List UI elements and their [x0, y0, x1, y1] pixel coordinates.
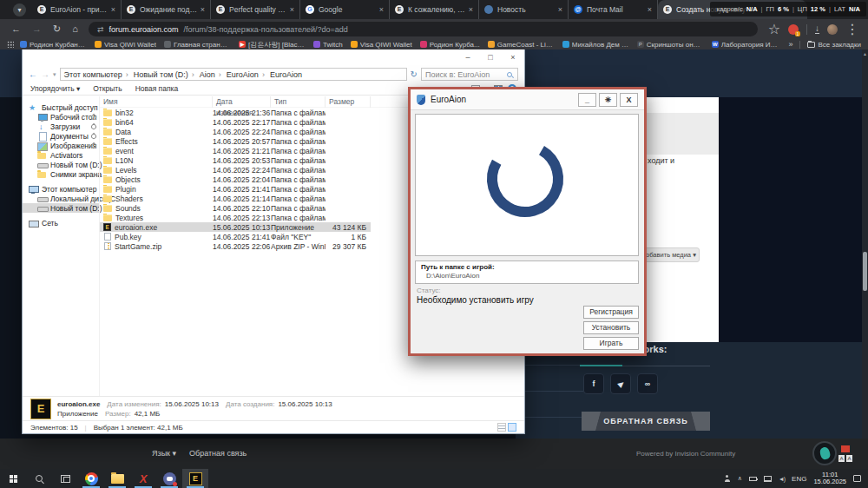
back-icon[interactable]: ← — [11, 24, 21, 34]
column-type[interactable]: Тип — [271, 96, 326, 108]
forward-icon[interactable]: → — [32, 24, 42, 34]
browser-tab[interactable]: E Ожидание подтвержден × — [122, 0, 211, 19]
file-row[interactable]: Textures 14.06.2025 22:13 Папка с файлам… — [100, 213, 371, 222]
tab-close-icon[interactable]: × — [558, 5, 562, 14]
bookmark-item[interactable]: Михайлов Дем - Ул... — [562, 41, 629, 49]
taskbar-euroaion-button[interactable]: E — [182, 469, 208, 488]
details-view-icon[interactable] — [497, 423, 506, 432]
breadcrumb[interactable]: Этот компьютерНовый том (D:)AionEuroAion… — [60, 68, 407, 81]
bookmarks-overflow-icon[interactable]: » — [789, 40, 793, 49]
browser-tab[interactable]: E Perfect quality European × — [211, 0, 300, 19]
add-media-button[interactable]: обавить медиа ▾ — [642, 247, 700, 262]
file-row[interactable]: L10N 14.06.2025 20:53 Папка с файлами — [100, 155, 371, 165]
taskbar-game-button[interactable] — [130, 469, 156, 488]
minimize-icon[interactable]: – — [457, 49, 479, 66]
file-row[interactable]: Levels 14.06.2025 22:24 Папка с файлами — [100, 165, 371, 175]
file-row[interactable]: StartGame.zip 14.06.2025 22:06 Архив ZIP… — [100, 241, 371, 251]
tab-close-icon[interactable]: × — [111, 5, 115, 14]
close-icon[interactable]: X — [620, 93, 638, 107]
telegram-icon[interactable]: ▶ — [610, 373, 631, 394]
new-folder-button[interactable]: Новая папка — [135, 84, 179, 93]
minimize-icon[interactable]: _ — [578, 93, 596, 107]
tab-close-icon[interactable]: × — [201, 5, 205, 14]
tab-close-icon[interactable]: × — [648, 5, 652, 14]
start-button[interactable] — [0, 469, 26, 488]
file-row[interactable]: euroaion.exe 15.06.2025 10:13 Приложение… — [100, 222, 371, 232]
open-button[interactable]: Открыть — [93, 84, 122, 93]
address-bar[interactable]: ⇄ forum.euroaion.com/forum/38-поддержка-… — [89, 22, 758, 36]
partner-icon[interactable]: ∞ — [637, 373, 658, 394]
close-icon[interactable]: × — [502, 49, 524, 66]
bookmark-item[interactable]: GameCoast - Lineag... — [488, 41, 555, 49]
sidebar-item[interactable]: Этот компьютер — [23, 184, 99, 194]
explorer-search-input[interactable]: Поиск в: EuroAion — [421, 68, 518, 81]
breadcrumb-item[interactable]: EuroAion — [227, 70, 268, 79]
bookmark-star-icon[interactable]: ☆ — [768, 21, 780, 37]
home-icon[interactable]: ⌂ — [72, 24, 78, 34]
feedback-button[interactable]: ОБРАТНАЯ СВЯЗЬ — [582, 412, 710, 431]
downloads-icon[interactable]: ↓ — [815, 25, 819, 34]
browser-tab[interactable]: Новость × — [479, 0, 569, 19]
taskbar-search-button[interactable] — [26, 469, 52, 488]
refresh-icon[interactable]: ↻ — [411, 69, 418, 79]
site-info-icon[interactable]: ⇄ — [97, 25, 104, 34]
reload-icon[interactable]: ↻ — [53, 24, 61, 34]
footer-language-menu[interactable]: Язык ▾ — [152, 449, 176, 458]
launcher-button[interactable]: Играть — [583, 337, 639, 350]
profile-avatar[interactable] — [827, 24, 838, 35]
network-icon[interactable] — [764, 476, 772, 482]
footer-feedback-link[interactable]: Обратная связь — [189, 449, 247, 458]
bookmark-item[interactable]: Visa QIWI Wallet — [95, 41, 156, 49]
battery-icon[interactable] — [749, 477, 757, 481]
sidebar-item[interactable]: Activators — [23, 150, 99, 160]
adblock-extension-icon[interactable]: 1 — [788, 24, 799, 35]
column-date[interactable]: Дата изменения — [213, 96, 271, 108]
launcher-titlebar[interactable]: EuroAion _ ✳ X — [411, 89, 644, 110]
sidebar-item[interactable]: Новый том (D:) — [23, 160, 99, 169]
sidebar-item[interactable]: Быстрый доступ — [23, 102, 99, 112]
sidebar-item[interactable]: Изображения — [23, 141, 99, 150]
breadcrumb-item[interactable]: Aion — [200, 70, 225, 79]
bookmark-item[interactable]: Родион Курбанали... — [20, 41, 87, 49]
browser-tab[interactable]: E EuroAion - приватный Е × — [32, 0, 122, 19]
file-row[interactable]: Shaders 14.06.2025 21:14 Папка с файлами — [100, 194, 371, 203]
file-row[interactable]: Objects 14.06.2025 22:04 Папка с файлами — [100, 175, 371, 184]
column-size[interactable]: Размер — [326, 96, 371, 108]
forward-icon[interactable]: → — [41, 70, 49, 79]
browser-tab[interactable]: E К сожалению, возникл × — [390, 0, 479, 19]
clock[interactable]: 11:01 15.06.2025 — [813, 472, 846, 485]
bookmark-item[interactable]: P Скриншоты онлай... — [637, 41, 704, 49]
launcher-button[interactable]: Регистрация — [583, 306, 639, 319]
breadcrumb-item[interactable]: Этот компьютер — [64, 70, 132, 79]
sidebar-item[interactable]: Загрузки — [23, 122, 99, 131]
maximize-icon[interactable]: □ — [479, 49, 502, 66]
file-row[interactable]: Plugin 14.06.2025 21:41 Папка с файлами — [100, 184, 371, 194]
browser-tab[interactable]: @ Почта Mail × — [569, 0, 658, 19]
tab-close-icon[interactable]: × — [290, 5, 294, 14]
explorer-titlebar[interactable]: – □ × — [23, 49, 524, 66]
large-icons-view-icon[interactable] — [508, 423, 516, 432]
breadcrumb-item[interactable]: EuroAion — [270, 70, 302, 79]
action-center-icon[interactable] — [853, 475, 861, 482]
people-icon[interactable] — [724, 475, 731, 482]
file-row[interactable]: Pub.key 14.06.2025 21:41 Файл "KEY" 1 КБ — [100, 232, 371, 241]
scroll-up-icon[interactable]: ▲ — [862, 51, 868, 56]
file-row[interactable]: Data 14.06.2025 22:24 Папка с файлами — [100, 127, 371, 136]
bookmark-item[interactable]: Visa QIWI Wallet — [351, 41, 412, 49]
file-row[interactable]: Effects 14.06.2025 20:57 Папка с файлами — [100, 136, 371, 146]
bookmark-item[interactable]: ▶ [김은사랑] [Black D... — [239, 40, 306, 49]
settings-gear-icon[interactable]: ✳ — [599, 93, 617, 107]
apps-grid-icon[interactable] — [7, 41, 14, 48]
hidden-icons-chevron[interactable]: ∧ — [738, 475, 742, 482]
tab-close-icon[interactable]: × — [469, 5, 473, 14]
taskbar-chrome-button[interactable] — [78, 469, 104, 488]
all-bookmarks-button[interactable]: Все закладки — [799, 41, 861, 49]
tab-close-icon[interactable]: × — [379, 5, 384, 14]
bookmark-item[interactable]: Главная страница — [164, 41, 231, 49]
breadcrumb-item[interactable]: Новый том (D:) — [134, 70, 198, 79]
column-name[interactable]: Имя — [100, 96, 213, 108]
organize-menu[interactable]: Упорядочить ▾ — [30, 84, 80, 93]
bookmark-item[interactable]: Родион Курба... — [420, 41, 480, 49]
task-view-button[interactable] — [52, 469, 78, 488]
file-row[interactable]: event 14.06.2025 21:21 Папка с файлами — [100, 146, 371, 155]
